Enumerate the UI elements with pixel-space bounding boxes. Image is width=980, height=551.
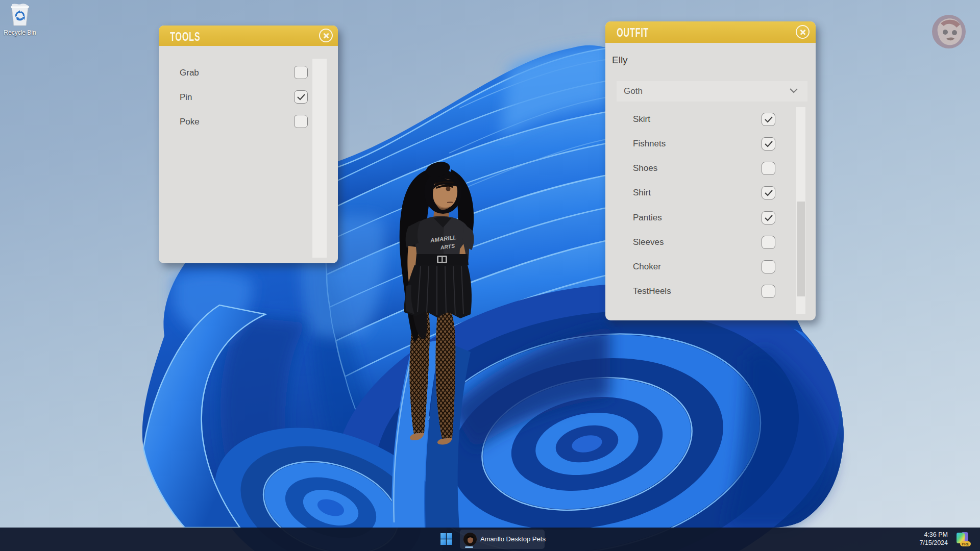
svg-text:PRE: PRE — [962, 542, 969, 546]
